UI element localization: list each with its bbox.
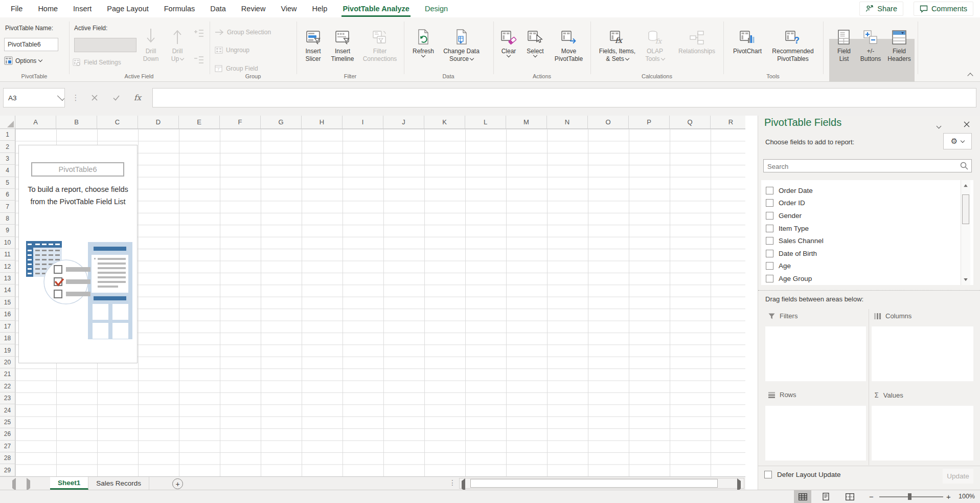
zoom-level[interactable]: 100%	[959, 493, 975, 500]
column-header-h[interactable]: H	[302, 116, 343, 128]
insert-timeline-button[interactable]: Insert Timeline	[328, 21, 357, 74]
collapse-ribbon-button[interactable]	[968, 72, 972, 79]
filters-drop-zone[interactable]	[765, 326, 866, 381]
zoom-slider-thumb[interactable]	[908, 493, 911, 500]
field-item-age-group[interactable]: Age Group	[761, 272, 973, 285]
tab-design[interactable]: Design	[417, 0, 455, 17]
field-item-age[interactable]: Age	[761, 260, 973, 273]
sheet-tab-sales-records[interactable]: Sales Records	[88, 477, 149, 490]
field-headers-button[interactable]: Field Headers	[885, 21, 914, 74]
defer-layout-checkbox[interactable]	[764, 471, 772, 478]
column-header-i[interactable]: I	[343, 116, 383, 128]
pivottable-name-input[interactable]: PivotTable6	[4, 38, 58, 51]
tab-page-layout[interactable]: Page Layout	[99, 0, 156, 17]
row-header-26[interactable]: 26	[0, 428, 15, 440]
formula-bar-grip[interactable]: ⋮	[71, 88, 81, 107]
column-header-n[interactable]: N	[547, 116, 588, 128]
page-layout-view-button[interactable]	[817, 490, 834, 503]
column-header-b[interactable]: B	[56, 116, 97, 128]
horizontal-scrollbar[interactable]	[459, 478, 744, 489]
next-sheet-button[interactable]	[27, 480, 30, 488]
fields-items-sets-button[interactable]: fx Fields, Items, & Sets	[596, 21, 639, 74]
row-header-25[interactable]: 25	[0, 417, 15, 428]
insert-function-button[interactable]: fx	[130, 88, 145, 107]
tab-home[interactable]: Home	[30, 0, 65, 17]
recommended-pivottables-button[interactable]: ? Recommended PivotTables	[765, 21, 821, 74]
row-header-8[interactable]: 8	[0, 213, 15, 225]
row-header-1[interactable]: 1	[0, 129, 15, 141]
plus-minus-buttons-button[interactable]: +/- Buttons	[857, 21, 884, 74]
zoom-out-button[interactable]: −	[869, 492, 874, 501]
field-item-gender[interactable]: Gender	[761, 209, 973, 222]
row-header-18[interactable]: 18	[0, 333, 15, 344]
field-item-item-type[interactable]: Item Type	[761, 222, 973, 235]
field-checkbox[interactable]	[766, 199, 773, 207]
share-button[interactable]: Share	[859, 2, 903, 16]
column-header-q[interactable]: Q	[670, 116, 711, 128]
comments-button[interactable]: Comments	[914, 2, 973, 16]
field-list-scrollbar-thumb[interactable]	[962, 194, 969, 224]
column-header-l[interactable]: L	[465, 116, 506, 128]
column-header-j[interactable]: J	[383, 116, 424, 128]
field-checkbox[interactable]	[766, 237, 773, 245]
select-all-corner[interactable]	[0, 116, 15, 129]
zoom-in-button[interactable]: +	[946, 492, 951, 501]
field-item-order-id[interactable]: Order ID	[761, 197, 973, 210]
tab-file[interactable]: File	[3, 0, 30, 17]
pane-close-button[interactable]	[962, 119, 972, 129]
tab-formulas[interactable]: Formulas	[156, 0, 202, 17]
column-header-e[interactable]: E	[179, 116, 220, 128]
field-checkbox[interactable]	[766, 187, 773, 194]
name-box[interactable]: A3	[3, 88, 65, 107]
scroll-up-button[interactable]	[961, 180, 970, 190]
previous-sheet-button[interactable]	[12, 480, 16, 488]
scroll-down-button[interactable]	[961, 274, 970, 285]
clear-button[interactable]: Clear	[496, 21, 521, 74]
row-header-27[interactable]: 27	[0, 441, 15, 452]
field-item-sales-channel[interactable]: Sales Channel	[761, 234, 973, 247]
row-header-4[interactable]: 4	[0, 165, 15, 177]
row-header-15[interactable]: 15	[0, 297, 15, 309]
tools-button[interactable]: ⚙	[943, 133, 972, 149]
pane-options-button[interactable]	[937, 122, 941, 129]
field-item-order-date[interactable]: Order Date	[761, 184, 973, 197]
field-checkbox[interactable]	[766, 275, 773, 282]
row-header-23[interactable]: 23	[0, 392, 15, 404]
row-header-20[interactable]: 20	[0, 357, 15, 368]
column-header-a[interactable]: A	[15, 116, 56, 128]
rows-drop-zone[interactable]	[765, 406, 866, 461]
sheet-tab-sheet1[interactable]: Sheet1	[50, 477, 88, 490]
row-header-2[interactable]: 2	[0, 141, 15, 152]
row-header-22[interactable]: 22	[0, 381, 15, 392]
select-button[interactable]: Select	[522, 21, 548, 74]
tab-view[interactable]: View	[273, 0, 304, 17]
search-box[interactable]	[763, 159, 972, 172]
column-header-d[interactable]: D	[138, 116, 179, 128]
column-header-o[interactable]: O	[588, 116, 629, 128]
horizontal-scrollbar-thumb[interactable]	[470, 479, 718, 488]
change-data-source-button[interactable]: Change Data Source	[437, 21, 486, 74]
column-header-c[interactable]: C	[97, 116, 138, 128]
row-header-12[interactable]: 12	[0, 260, 15, 272]
column-header-f[interactable]: F	[220, 116, 261, 128]
row-header-21[interactable]: 21	[0, 368, 15, 380]
field-list-button[interactable]: Field List	[832, 21, 856, 74]
search-input[interactable]	[766, 160, 958, 172]
row-header-10[interactable]: 10	[0, 237, 15, 249]
field-item-date-of-birth[interactable]: Date of Birth	[761, 247, 973, 260]
refresh-button[interactable]: Refresh	[409, 21, 438, 74]
row-header-19[interactable]: 19	[0, 344, 15, 356]
field-checkbox[interactable]	[766, 250, 773, 257]
scroll-left-button[interactable]	[462, 481, 465, 489]
tab-data[interactable]: Data	[202, 0, 234, 17]
scrollbar-grip[interactable]: ⋮	[449, 478, 456, 487]
row-header-6[interactable]: 6	[0, 189, 15, 201]
tab-pivottable-analyze[interactable]: PivotTable Analyze	[335, 0, 417, 17]
column-header-m[interactable]: M	[506, 116, 547, 128]
row-header-24[interactable]: 24	[0, 404, 15, 416]
normal-view-button[interactable]	[794, 490, 811, 503]
field-list-scrollbar[interactable]	[961, 180, 970, 285]
pivottable-placeholder[interactable]: PivotTable6 To build a report, choose fi…	[18, 145, 138, 363]
page-break-preview-button[interactable]	[841, 490, 858, 503]
field-checkbox[interactable]	[766, 212, 773, 220]
